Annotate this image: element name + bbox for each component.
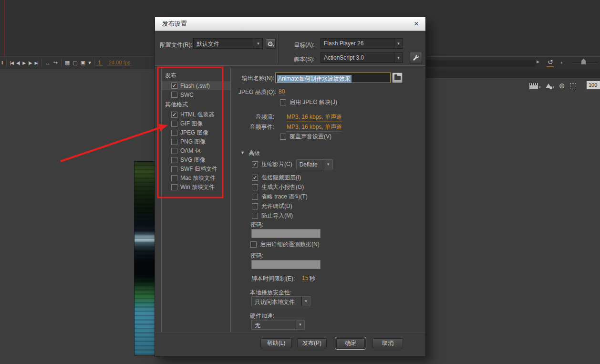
browse-output-button[interactable] [392, 73, 403, 83]
step-back-icon[interactable]: ◀| [15, 61, 21, 65]
modify-markers-icon[interactable]: ▾ [87, 60, 93, 66]
chevron-down-icon: ▼ [254, 39, 262, 48]
jpeg-quality-value[interactable]: 80 [279, 88, 285, 95]
clip-content-icon[interactable] [570, 83, 576, 89]
format-row-html[interactable]: HTML 包装器 [162, 110, 230, 119]
jpeg-deblock-option[interactable]: 启用 JPEG 解块(J) [280, 98, 337, 106]
help-button[interactable]: 帮助(L) [260, 338, 292, 348]
checkbox[interactable] [252, 161, 258, 167]
chevron-down-icon: ▼ [394, 53, 403, 62]
play-icon[interactable]: ▶ [21, 61, 27, 65]
script-time-limit-value[interactable]: 15 [302, 275, 308, 282]
loop-playback-icon[interactable]: ↪ [52, 60, 59, 66]
frame-rate-value[interactable]: 24.00 fps [107, 60, 132, 66]
timeline-scrollbar-area: ▶ ↺ ▲ [426, 56, 600, 69]
script-dropdown[interactable]: ActionScript 3.0 ▼ [321, 52, 403, 63]
checkbox[interactable] [171, 92, 177, 98]
format-row-swc[interactable]: SWC [162, 90, 230, 99]
horizontal-scrollbar[interactable] [426, 61, 536, 67]
profile-options-button[interactable]: ⚙ ▾ [266, 39, 276, 49]
scroll-right-icon[interactable]: ▶ [537, 60, 539, 64]
telemetry-password-input[interactable] [251, 260, 321, 269]
format-row-gif[interactable]: GIF 图像 [162, 119, 230, 128]
script-settings-button[interactable] [410, 52, 422, 63]
checkbox[interactable] [171, 166, 177, 172]
animate-workspace: ‖ |◀ ◀| ▶ |▶ ▶| ↔ ↪ ▦ ▢ ▣ ▾ 1 24.00 fps … [0, 0, 600, 364]
include-hidden-layers-option[interactable]: 包括隐藏图层(I) [252, 174, 301, 182]
checkbox[interactable] [171, 157, 177, 163]
audio-event-value[interactable]: MP3, 16 kbps, 单声道 [287, 123, 342, 132]
checkbox[interactable] [280, 99, 286, 105]
advanced-collapse-icon[interactable]: ▼ [240, 150, 245, 155]
output-name-input[interactable]: Animate如何制作水波纹效果 [275, 73, 391, 83]
center-frame-icon[interactable]: ↔ [44, 60, 52, 66]
edit-symbols-button[interactable]: ▾ [546, 83, 555, 89]
target-dropdown[interactable]: Flash Player 26 ▼ [321, 38, 403, 49]
ok-button[interactable]: 确定 [336, 338, 365, 348]
publish-section-header: 发布 [162, 70, 230, 81]
checkbox[interactable] [252, 184, 258, 190]
format-row-swf-archive[interactable]: SWF 归档文件 [162, 165, 230, 174]
format-row-flash[interactable]: Flash (.swf) [162, 81, 230, 90]
dialog-titlebar[interactable]: 发布设置 × [155, 17, 425, 31]
checkbox[interactable] [171, 112, 177, 118]
close-icon[interactable]: × [411, 19, 422, 29]
chevron-down-icon: ▼ [324, 160, 332, 169]
telemetry-option[interactable]: 启用详细的遥测数据(N) [250, 240, 320, 249]
cancel-button[interactable]: 取消 [372, 338, 403, 348]
go-to-first-frame-icon[interactable]: |◀ [9, 61, 15, 65]
checkbox[interactable] [171, 121, 177, 127]
option-label: 防止导入(M) [261, 212, 293, 220]
profile-dropdown[interactable]: 默认文件 ▼ [193, 38, 263, 49]
slider-thumb[interactable] [581, 59, 586, 64]
toolbar-divider [6, 59, 7, 67]
checkbox[interactable] [171, 139, 177, 145]
stage-photo-artwork [134, 161, 155, 355]
format-row-win-projector[interactable]: Win 放映文件 [162, 183, 230, 192]
current-frame-value[interactable]: 1 [97, 60, 103, 66]
local-security-dropdown[interactable]: 只访问本地文件 ▼ [251, 296, 310, 306]
onion-skin-icon[interactable]: ▦ [63, 60, 71, 66]
stage-zoom-input[interactable]: 100 [586, 81, 600, 90]
checkbox[interactable] [252, 194, 258, 200]
checkbox[interactable] [171, 184, 177, 190]
collapse-panel-icon[interactable]: ▲ [560, 61, 563, 64]
checkbox[interactable] [171, 148, 177, 154]
compression-dropdown[interactable]: Deflate ▼ [296, 159, 333, 169]
checkbox[interactable] [252, 203, 258, 209]
option-label: 启用详细的遥测数据(N) [260, 240, 320, 249]
script-time-limit-unit: 秒 [310, 275, 315, 283]
hardware-accel-dropdown[interactable]: 无 ▼ [251, 320, 305, 330]
step-forward-icon[interactable]: |▶ [27, 61, 33, 65]
password-input[interactable] [251, 229, 321, 238]
checkbox[interactable] [252, 213, 258, 219]
permit-debugging-option[interactable]: 允许调试(D) [252, 202, 292, 210]
checkbox[interactable] [280, 134, 286, 140]
format-row-svg[interactable]: SVG 图像 [162, 156, 230, 165]
chevron-down-icon: ▼ [301, 297, 310, 306]
checkbox[interactable] [250, 241, 257, 248]
checkbox[interactable] [252, 175, 258, 181]
checkbox[interactable] [171, 130, 177, 136]
checkbox[interactable] [171, 83, 177, 89]
undo-icon[interactable]: ↺ [548, 58, 553, 66]
format-row-mac-projector[interactable]: Mac 放映文件 [162, 174, 230, 183]
override-sound-option[interactable]: 覆盖声音设置(V) [280, 133, 331, 141]
onion-skin-outline-icon[interactable]: ▢ [71, 60, 79, 66]
compress-movie-option[interactable]: 压缩影片(C) Deflate ▼ [252, 159, 333, 169]
audio-stream-value[interactable]: MP3, 16 kbps, 单声道 [287, 113, 342, 122]
size-report-option[interactable]: 生成大小报告(G) [252, 183, 304, 191]
omit-trace-option[interactable]: 省略 trace 语句(T) [252, 193, 308, 201]
format-row-png[interactable]: PNG 图像 [162, 137, 230, 146]
format-label: HTML 包装器 [180, 111, 215, 119]
format-row-oam[interactable]: OAM 包 [162, 146, 230, 156]
center-stage-icon[interactable]: ⊕ [559, 82, 565, 90]
edit-scene-button[interactable]: ▾ [529, 83, 541, 89]
checkbox[interactable] [171, 175, 177, 181]
protect-import-option[interactable]: 防止导入(M) [252, 212, 293, 220]
advanced-header[interactable]: 高级 [248, 149, 260, 157]
format-row-jpeg[interactable]: JPEG 图像 [162, 128, 230, 137]
edit-multiple-frames-icon[interactable]: ▣ [79, 60, 87, 66]
go-to-last-frame-icon[interactable]: ▶| [33, 61, 39, 65]
publish-button[interactable]: 发布(P) [297, 338, 327, 348]
